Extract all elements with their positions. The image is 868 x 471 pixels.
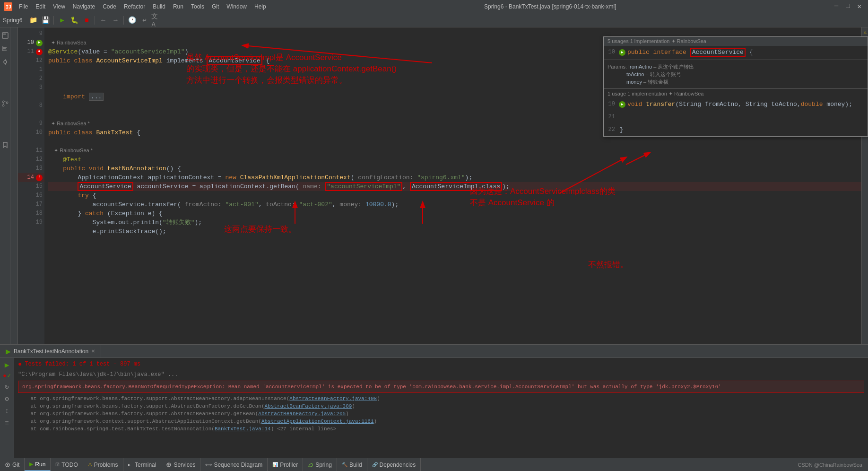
toolbar-open[interactable]: 📁	[28, 15, 38, 26]
spring-label: Spring6	[3, 17, 22, 24]
app-logo: IJ	[4, 2, 12, 11]
stack-line-3: at org.springframework.context.support.A…	[18, 418, 864, 425]
menu-view[interactable]: View	[50, 2, 68, 11]
stack-link-2[interactable]: AbstractBeanFactory.java:205	[258, 411, 346, 417]
menu-help[interactable]: Help	[252, 2, 269, 11]
popup-method-run-icon[interactable]: ▶	[619, 101, 625, 108]
svg-rect-2	[2, 33, 8, 38]
gutter-error-icon-11[interactable]: ●	[36, 49, 43, 55]
run-filter-button[interactable]: ⚙	[2, 393, 12, 404]
sidebar-commit[interactable]	[0, 56, 11, 68]
sidebar-bookmarks[interactable]	[0, 139, 11, 151]
tab-git[interactable]: Git	[0, 458, 25, 471]
menu-git[interactable]: Git	[209, 2, 222, 11]
run-settings-button[interactable]: ≡	[2, 418, 12, 428]
popup-method-info: Params: fromActno – 从这个账户转出 toActno – 转入…	[604, 61, 868, 87]
line-number-gutter: 9 10 ▶ 11 ● 12 1 2 3 8 9 10	[18, 27, 44, 344]
run-sidebar: ▶ ● ✓ ↻ ⚙ ↕ ≡	[0, 358, 14, 458]
run-tab-close[interactable]: ✕	[91, 349, 95, 354]
tab-profiler[interactable]: 📊 Profiler	[268, 458, 303, 471]
menu-code[interactable]: Code	[100, 2, 119, 11]
menu-window[interactable]: Window	[224, 2, 250, 11]
tab-problems[interactable]: ⚠ Problems	[83, 458, 123, 471]
toolbar-navigate-back[interactable]: ←	[98, 15, 108, 26]
run-play-button[interactable]: ▶	[2, 360, 12, 370]
menu-bar[interactable]: File Edit View Navigate Code Refactor Bu…	[16, 2, 269, 11]
run-tab-icon: ▶	[6, 348, 11, 355]
secondary-sidebar	[10, 27, 18, 344]
sidebar-project[interactable]	[0, 29, 11, 42]
code-line-16: accountService.transfer( fromActno: "act…	[48, 200, 864, 209]
test-fail-icon: ●	[18, 360, 22, 368]
run-rerun-button[interactable]: ↻	[2, 381, 12, 392]
maximize-button[interactable]: □	[843, 1, 852, 11]
gutter-error-icon-14[interactable]: !	[36, 174, 43, 181]
sidebar-structure[interactable]	[0, 43, 11, 55]
svg-text:IJ: IJ	[6, 5, 11, 10]
cmd-line: "C:\Program Files\Java\jdk-17\bin\java.e…	[18, 370, 864, 379]
tab-dependencies-label: Dependencies	[380, 462, 416, 468]
toolbar-run[interactable]: ▶	[57, 15, 67, 26]
code-line-13: ApplicationContext applicationContext = …	[48, 173, 864, 182]
minimize-button[interactable]: ─	[832, 1, 841, 11]
toolbar-save[interactable]: 💾	[40, 15, 51, 26]
stack-link-4[interactable]: BankTxTest.java:14	[215, 426, 271, 432]
menu-file[interactable]: File	[16, 2, 31, 11]
menu-navigate[interactable]: Navigate	[70, 2, 98, 11]
popup-usage-label: 1 usage 1 implementation ✦ RainbowSea	[608, 91, 703, 97]
stack-link-1[interactable]: AbstractBeanFactory.java:389	[265, 403, 352, 409]
tab-build[interactable]: 🔨 Build	[337, 458, 367, 471]
gutter-run-icon-10[interactable]: ▶	[36, 40, 43, 46]
menu-refactor[interactable]: Refactor	[121, 2, 148, 11]
popup-line-num-10: 10	[604, 48, 618, 57]
test-failed-text: Tests failed: 1 of 1 test – 897 ms	[25, 360, 140, 368]
toolbar-translate[interactable]: 文A	[151, 15, 162, 26]
svg-rect-3	[3, 34, 6, 35]
menu-tools[interactable]: Tools	[188, 2, 207, 11]
run-fail-icon: ●	[3, 373, 6, 379]
popup-usage-count: 5 usages 1 implementation ✦ RainbowSea	[608, 38, 706, 44]
close-button[interactable]: ✕	[855, 1, 864, 11]
tab-services[interactable]: Services	[161, 458, 200, 471]
tab-dependencies[interactable]: 🔗 Dependencies	[367, 458, 421, 471]
tab-sequence-diagram[interactable]: ⟺ Sequence Diagram	[200, 458, 268, 471]
menu-run[interactable]: Run	[170, 2, 186, 11]
toolbar-divider-2	[95, 16, 95, 25]
stack-link-0[interactable]: AbstractBeanFactory.java:408	[289, 396, 377, 401]
popup-line-22: 22 }	[604, 123, 868, 136]
stack-link-3[interactable]: AbstractApplicationContext.java:1161	[261, 419, 374, 424]
tab-run[interactable]: ▶ Run	[25, 458, 51, 471]
left-sidebar	[0, 27, 10, 344]
sequence-icon: ⟺	[205, 462, 212, 467]
sidebar-pull-requests[interactable]	[0, 97, 11, 110]
tab-todo[interactable]: ☑ TODO	[51, 458, 83, 471]
svg-point-11	[2, 101, 4, 103]
run-scroll-button[interactable]: ↕	[2, 406, 12, 416]
toolbar-undo[interactable]: ↩	[139, 15, 149, 26]
toolbar-navigate-forward[interactable]: →	[110, 15, 121, 26]
tab-problems-label: Problems	[94, 462, 118, 468]
code-line-19: e.printStackTrace();	[48, 227, 864, 236]
tab-spring[interactable]: Spring	[303, 458, 337, 471]
tab-terminal[interactable]: ▸_ Terminal	[123, 458, 162, 471]
window-controls[interactable]: ─ □ ✕	[832, 1, 864, 11]
menu-build[interactable]: Build	[150, 2, 168, 11]
menu-edit[interactable]: Edit	[33, 2, 48, 11]
popup-method-code: void transfer(String fromActno, String t…	[625, 100, 868, 109]
problems-icon: ⚠	[88, 462, 92, 467]
toolbar-debug[interactable]: 🐛	[69, 15, 79, 26]
toolbar-stop[interactable]: ■	[81, 15, 92, 26]
popup-run-icon[interactable]: ▶	[619, 49, 625, 56]
popup-method-code-area: 19 ▶ void transfer(String fromActno, Str…	[604, 98, 868, 111]
error-message-box: org.springframework.beans.factory.BeanNo…	[18, 381, 864, 393]
run-tab-bar: ▶ BankTxTest.testNoAnnotation ✕	[0, 345, 868, 358]
svg-point-21	[7, 464, 9, 465]
run-output: ● Tests failed: 1 of 1 test – 897 ms "C:…	[14, 358, 868, 458]
svg-point-12	[2, 105, 4, 106]
run-tab-label[interactable]: ▶ BankTxTest.testNoAnnotation ✕	[0, 345, 101, 358]
dependencies-icon: 🔗	[372, 462, 378, 467]
tab-services-label: Services	[174, 462, 195, 468]
toolbar-history[interactable]: 🕐	[127, 15, 137, 26]
popup-line-num-19: 19	[604, 100, 618, 109]
run-tab-name: BankTxTest.testNoAnnotation	[14, 348, 88, 355]
